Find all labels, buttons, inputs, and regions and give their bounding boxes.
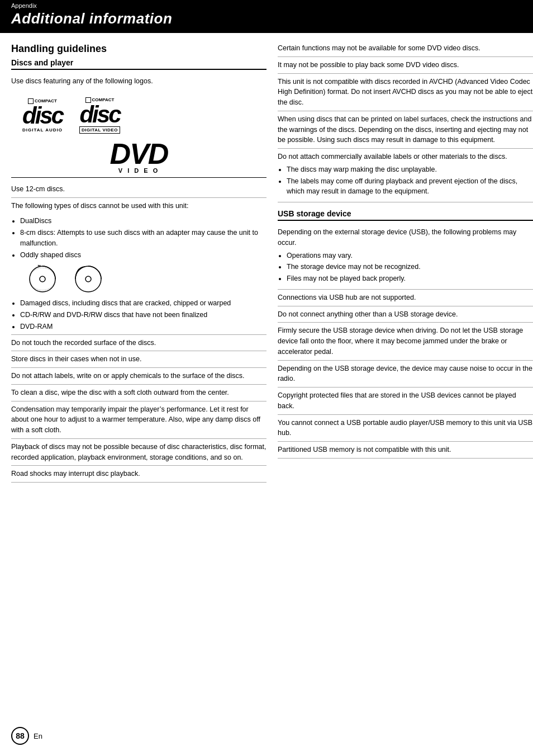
subsection-discs-player: Discs and player: [11, 58, 266, 70]
usb-subtitle: USB storage device: [278, 209, 533, 221]
cannot-use-list2: Damaged discs, including discs that are …: [11, 298, 266, 332]
list-item-dvdram: DVD-RAM: [20, 322, 266, 332]
usb-cannot-connect-portable: You cannot connect a USB portable audio …: [278, 415, 533, 442]
cd-disc-text1: disc: [22, 104, 63, 127]
dvd-text: DVD: [110, 139, 168, 168]
appendix-label: Appendix: [0, 0, 533, 9]
list-item-cdr: CD-R/RW and DVD-R/RW discs that have not…: [20, 310, 266, 320]
not-possible-playback: It may not be possible to play back some…: [278, 57, 533, 74]
divider1: [11, 177, 266, 178]
usb-problems-list: Operations may vary. The storage device …: [278, 251, 533, 284]
cannot-use-intro: The following types of discs cannot be u…: [11, 198, 266, 214]
cd-digital-audio-logo: COMPACT disc DIGITAL AUDIO: [22, 98, 63, 133]
usb-connections-via-hub: Connections via USB hub are not supporte…: [278, 290, 533, 306]
use-12cm: Use 12-cm discs.: [11, 181, 266, 198]
usb-copyright: Copyright protected files that are store…: [278, 388, 533, 415]
condensation: Condensation may temporarily impair the …: [11, 401, 266, 439]
playback-not-possible: Playback of discs may not be possible be…: [11, 439, 266, 466]
label-bullet-2: The labels may come off during playback …: [287, 176, 533, 197]
right-column: Certain functions may not be available f…: [278, 43, 533, 483]
oddly-disc-icon2: [74, 264, 103, 294]
do-not-touch: Do not touch the recorded surface of the…: [11, 334, 266, 352]
usb-may-cause-noise: Depending on the USB storage device, the…: [278, 361, 533, 388]
do-not-attach-commercially: Do not attach commercially available lab…: [278, 149, 533, 202]
usb-partitioned: Partitioned USB memory is not compatible…: [278, 442, 533, 459]
oddly-shaped-discs-icons: [28, 264, 266, 294]
do-not-attach-labels: Do not attach labels, write on or apply …: [11, 368, 266, 385]
lang-label: En: [34, 732, 42, 740]
dvd-video-label: V I D E O: [110, 167, 168, 174]
main-title: Additional information: [11, 10, 172, 27]
dvd-logo: DVD V I D E O: [110, 139, 168, 174]
content-area: Handling guidelines Discs and player Use…: [0, 33, 533, 494]
usb-firmly-secure: Firmly secure the USB storage device whe…: [278, 323, 533, 360]
page-number: 88: [11, 727, 29, 745]
usb-problem-1: Operations may vary.: [287, 251, 533, 261]
main-title-row: Additional information: [0, 9, 533, 33]
svg-point-3: [40, 276, 45, 282]
label-bullet-1: The discs may warp making the disc unpla…: [287, 164, 533, 175]
usb-problem-2: The storage device may not be recognized…: [287, 262, 533, 272]
list-item-dual: DualDiscs: [20, 216, 266, 226]
label-surfaces: When using discs that can be printed on …: [278, 111, 533, 149]
svg-point-6: [30, 268, 55, 290]
label-bullets-list: The discs may warp making the disc unpla…: [278, 164, 533, 197]
usb-section: USB storage device Depending on the exte…: [278, 209, 533, 459]
cd-digital-video-logo: COMPACT disc DIGITAL VIDEO: [79, 97, 120, 134]
page-container: Appendix Additional information Handling…: [0, 0, 533, 756]
footer: 88 En: [11, 727, 42, 745]
dvd-logo-area: DVD V I D E O: [11, 139, 266, 174]
cd-digital-audio-label: DIGITAL AUDIO: [22, 127, 63, 133]
list-item-oddly: Oddly shaped discs: [20, 250, 266, 261]
svg-point-8: [85, 276, 91, 282]
oddly-disc-icon1: [28, 264, 57, 294]
clean-disc: To clean a disc, wipe the disc with a so…: [11, 385, 266, 401]
left-column: Handling guidelines Discs and player Use…: [11, 43, 266, 483]
usb-problem-3: Files may not be played back properly.: [287, 273, 533, 284]
list-item-8cm: 8-cm discs: Attempts to use such discs w…: [20, 228, 266, 249]
usb-do-not-connect: Do not connect anything other than a USB…: [278, 306, 533, 323]
certain-functions: Certain functions may not be available f…: [278, 43, 533, 57]
cannot-use-list: DualDiscs 8-cm discs: Attempts to use su…: [11, 216, 266, 260]
intro-text: Use discs featuring any of the following…: [11, 73, 266, 89]
list-item-damaged: Damaged discs, including discs that are …: [20, 298, 266, 309]
cd-digital-video-label: DIGITAL VIDEO: [79, 126, 120, 134]
not-compatible-avchd: This unit is not compatible with discs r…: [278, 74, 533, 111]
svg-line-5: [40, 265, 40, 266]
store-discs: Store discs in their cases when not in u…: [11, 351, 266, 368]
header-block: Appendix Additional information: [0, 0, 533, 33]
road-shocks: Road shocks may interrupt disc playback.: [11, 466, 266, 483]
usb-depending-on-external: Depending on the external storage device…: [278, 224, 533, 290]
cd-logos-area: COMPACT disc DIGITAL AUDIO COMPACT disc: [22, 97, 266, 134]
svg-line-4: [38, 265, 39, 266]
cd-disc-text2: disc: [79, 103, 120, 126]
section-title-handling: Handling guidelines: [11, 43, 266, 55]
